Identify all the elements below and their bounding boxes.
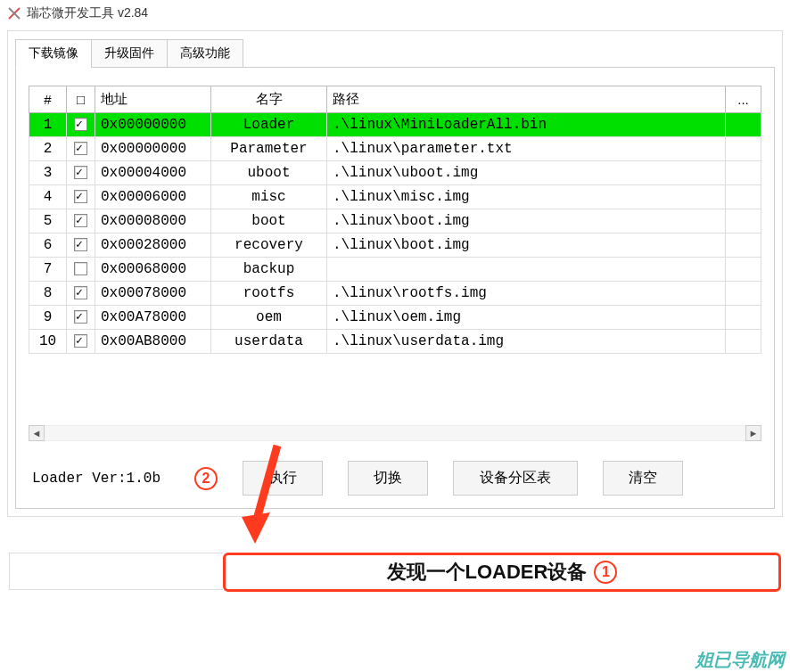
col-num[interactable]: # — [29, 86, 67, 113]
cell-more[interactable] — [726, 258, 761, 282]
checkbox-icon[interactable] — [74, 286, 87, 299]
checkbox-icon[interactable] — [74, 118, 87, 131]
cell-more[interactable] — [726, 234, 761, 258]
table-row[interactable]: 90x00A78000oem.\linux\oem.img — [29, 306, 761, 330]
cell-more[interactable] — [726, 282, 761, 306]
cell-name[interactable]: misc — [211, 185, 327, 209]
cell-name[interactable]: Loader — [211, 113, 327, 137]
table-row[interactable]: 20x00000000Parameter.\linux\parameter.tx… — [29, 137, 761, 161]
cell-num[interactable]: 2 — [29, 137, 67, 161]
col-addr[interactable]: 地址 — [95, 86, 211, 113]
table-row[interactable]: 30x00004000uboot.\linux\uboot.img — [29, 161, 761, 185]
cell-more[interactable] — [726, 330, 761, 354]
cell-path[interactable]: .\linux\MiniLoaderAll.bin — [327, 113, 726, 137]
tab-advanced[interactable]: 高级功能 — [167, 39, 243, 68]
table-row[interactable]: 40x00006000misc.\linux\misc.img — [29, 185, 761, 209]
col-chk[interactable]: □ — [67, 86, 95, 113]
cell-addr[interactable]: 0x00004000 — [95, 161, 211, 185]
checkbox-icon[interactable] — [74, 142, 87, 155]
cell-path[interactable]: .\linux\oem.img — [327, 306, 726, 330]
cell-chk[interactable] — [67, 209, 95, 234]
cell-addr[interactable]: 0x00000000 — [95, 113, 211, 137]
cell-path[interactable]: .\linux\parameter.txt — [327, 137, 726, 161]
cell-num[interactable]: 6 — [29, 234, 67, 258]
cell-more[interactable] — [726, 185, 761, 209]
cell-addr[interactable]: 0x00028000 — [95, 234, 211, 258]
cell-chk[interactable] — [67, 161, 95, 185]
switch-button[interactable]: 切换 — [348, 461, 428, 496]
cell-addr[interactable]: 0x00008000 — [95, 209, 211, 234]
cell-num[interactable]: 9 — [29, 306, 67, 330]
cell-name[interactable]: boot — [211, 209, 327, 234]
cell-addr[interactable]: 0x00AB8000 — [95, 330, 211, 354]
checkbox-icon[interactable] — [74, 262, 87, 275]
cell-addr[interactable]: 0x00078000 — [95, 282, 211, 306]
cell-addr[interactable]: 0x00A78000 — [95, 306, 211, 330]
cell-name[interactable]: uboot — [211, 161, 327, 185]
cell-addr[interactable]: 0x00000000 — [95, 137, 211, 161]
cell-num[interactable]: 1 — [29, 113, 67, 137]
checkbox-icon[interactable] — [74, 310, 87, 324]
col-path[interactable]: 路径 — [327, 86, 726, 113]
cell-chk[interactable] — [67, 258, 95, 282]
cell-path[interactable]: .\linux\uboot.img — [327, 161, 726, 185]
execute-button[interactable]: 执行 — [243, 461, 323, 496]
checkbox-icon[interactable] — [74, 190, 87, 203]
scroll-left-arrow[interactable]: ◄ — [29, 425, 45, 441]
cell-name[interactable]: Parameter — [211, 137, 327, 161]
cell-more[interactable] — [726, 209, 761, 234]
cell-path[interactable] — [327, 258, 726, 282]
scroll-right-arrow[interactable]: ► — [745, 425, 761, 441]
cell-chk[interactable] — [67, 113, 95, 137]
cell-chk[interactable] — [67, 282, 95, 306]
checkbox-icon[interactable] — [74, 214, 87, 227]
table-row[interactable]: 70x00068000backup — [29, 258, 761, 282]
tab-download[interactable]: 下载镜像 — [15, 39, 92, 68]
cell-more[interactable] — [726, 137, 761, 161]
tab-upgrade[interactable]: 升级固件 — [91, 39, 168, 68]
table-row[interactable]: 80x00078000rootfs.\linux\rootfs.img — [29, 282, 761, 306]
cell-path[interactable]: .\linux\rootfs.img — [327, 282, 726, 306]
cell-num[interactable]: 3 — [29, 161, 67, 185]
cell-num[interactable]: 7 — [29, 258, 67, 282]
cell-addr[interactable]: 0x00006000 — [95, 185, 211, 209]
cell-name[interactable]: oem — [211, 306, 327, 330]
cell-path[interactable]: .\linux\boot.img — [327, 209, 726, 234]
cell-chk[interactable] — [67, 137, 95, 161]
partition-button[interactable]: 设备分区表 — [453, 461, 578, 496]
cell-name[interactable]: userdata — [211, 330, 327, 354]
col-more[interactable]: ... — [726, 86, 761, 113]
table-row[interactable]: 50x00008000boot.\linux\boot.img — [29, 209, 761, 234]
cell-num[interactable]: 4 — [29, 185, 67, 209]
status-box: 发现一个LOADER设备 1 — [223, 553, 781, 592]
checkbox-icon[interactable] — [74, 238, 87, 251]
cell-chk[interactable] — [67, 330, 95, 354]
horizontal-scrollbar[interactable]: ◄ ► — [29, 425, 761, 441]
cell-name[interactable]: recovery — [211, 234, 327, 258]
cell-more[interactable] — [726, 306, 761, 330]
cell-path[interactable]: .\linux\boot.img — [327, 234, 726, 258]
cell-num[interactable]: 5 — [29, 209, 67, 234]
cell-name[interactable]: backup — [211, 258, 327, 282]
cell-chk[interactable] — [67, 234, 95, 258]
cell-chk[interactable] — [67, 185, 95, 209]
cell-chk[interactable] — [67, 306, 95, 330]
cell-num[interactable]: 10 — [29, 330, 67, 354]
cell-addr[interactable]: 0x00068000 — [95, 258, 211, 282]
table-row[interactable]: 10x00000000Loader.\linux\MiniLoaderAll.b… — [29, 113, 761, 137]
table-header-row: # □ 地址 名字 路径 ... — [29, 86, 761, 113]
tab-strip: 下载镜像 升级固件 高级功能 — [15, 39, 775, 68]
table-row[interactable]: 60x00028000recovery.\linux\boot.img — [29, 234, 761, 258]
cell-path[interactable]: .\linux\userdata.img — [327, 330, 726, 354]
col-name[interactable]: 名字 — [211, 86, 327, 113]
checkbox-icon[interactable] — [74, 166, 87, 179]
checkbox-icon[interactable] — [74, 334, 87, 348]
cell-path[interactable]: .\linux\misc.img — [327, 185, 726, 209]
table-row[interactable]: 100x00AB8000userdata.\linux\userdata.img — [29, 330, 761, 354]
cell-more[interactable] — [726, 113, 761, 137]
scroll-track[interactable] — [45, 425, 745, 441]
cell-num[interactable]: 8 — [29, 282, 67, 306]
cell-more[interactable] — [726, 161, 761, 185]
clear-button[interactable]: 清空 — [603, 461, 683, 496]
cell-name[interactable]: rootfs — [211, 282, 327, 306]
